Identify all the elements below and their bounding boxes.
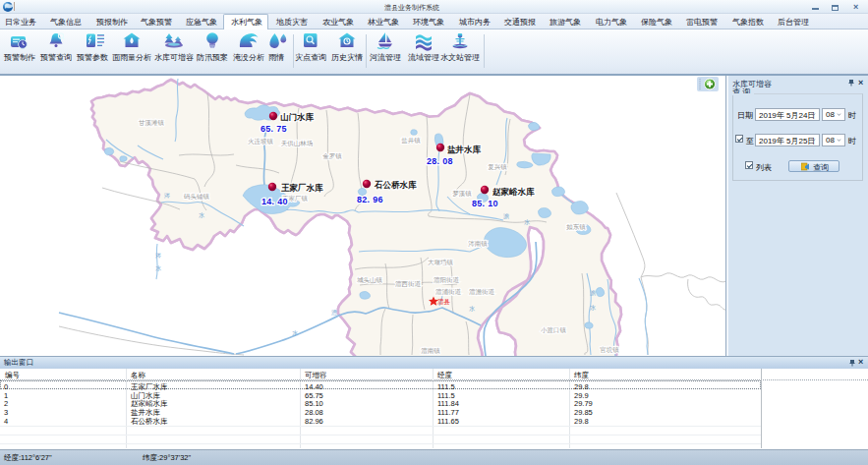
svg-text:涔: 涔: [155, 253, 161, 259]
svg-text:水: 水: [469, 306, 475, 312]
svg-text:涔: 涔: [164, 193, 170, 199]
svg-text:82. 96: 82. 96: [357, 195, 383, 204]
svg-text:澧阳街道: 澧阳街道: [434, 276, 460, 284]
svg-text:澹: 澹: [503, 213, 509, 220]
svg-text:澧: 澧: [331, 310, 337, 316]
svg-text:水: 水: [155, 265, 161, 271]
svg-text:复兴镇: 复兴镇: [488, 163, 507, 171]
svg-text:14. 40: 14. 40: [261, 197, 288, 206]
svg-text:澧西街道: 澧西街道: [395, 280, 422, 288]
svg-text:水: 水: [292, 330, 298, 336]
svg-text:山门水库: 山门水库: [280, 112, 315, 122]
svg-text:水: 水: [590, 305, 596, 311]
svg-text:水: 水: [199, 212, 204, 218]
svg-text:澹: 澹: [590, 290, 596, 297]
svg-text:大堰垱镇: 大堰垱镇: [428, 259, 454, 265]
svg-text:官垸镇: 官垸镇: [600, 346, 619, 354]
svg-text:28. 08: 28. 08: [427, 156, 453, 166]
svg-text:盐井水库: 盐井水库: [447, 145, 482, 154]
svg-text:甘溪滩镇: 甘溪滩镇: [139, 119, 165, 127]
svg-text:梦溪镇: 梦溪镇: [452, 190, 472, 198]
svg-text:水: 水: [524, 219, 530, 225]
svg-text:涔南镇: 涔南镇: [468, 240, 488, 248]
svg-text:王家厂水库: 王家厂水库: [281, 183, 323, 193]
svg-text:火连坡镇: 火连坡镇: [248, 138, 274, 145]
svg-text:小渡口镇: 小渡口镇: [541, 326, 567, 334]
svg-text:澧县: 澧县: [437, 298, 451, 305]
svg-text:赵家峪水库: 赵家峪水库: [492, 187, 535, 197]
svg-text:城头山镇: 城头山镇: [357, 276, 383, 284]
svg-text:码头铺镇: 码头铺镇: [183, 193, 210, 201]
svg-text:石公桥水库: 石公桥水库: [374, 180, 417, 190]
svg-text:65. 75: 65. 75: [260, 124, 287, 134]
svg-text:澧浦街道: 澧浦街道: [435, 288, 462, 296]
svg-text:澧澹街道: 澧澹街道: [469, 288, 495, 296]
svg-text:澧南镇: 澧南镇: [421, 347, 440, 354]
svg-text:金罗镇: 金罗镇: [322, 152, 342, 160]
svg-text:如东镇: 如东镇: [566, 223, 586, 231]
svg-text:盐井镇: 盐井镇: [401, 137, 421, 144]
svg-text:85. 10: 85. 10: [472, 199, 498, 208]
svg-text:天供山林场: 天供山林场: [281, 140, 314, 147]
